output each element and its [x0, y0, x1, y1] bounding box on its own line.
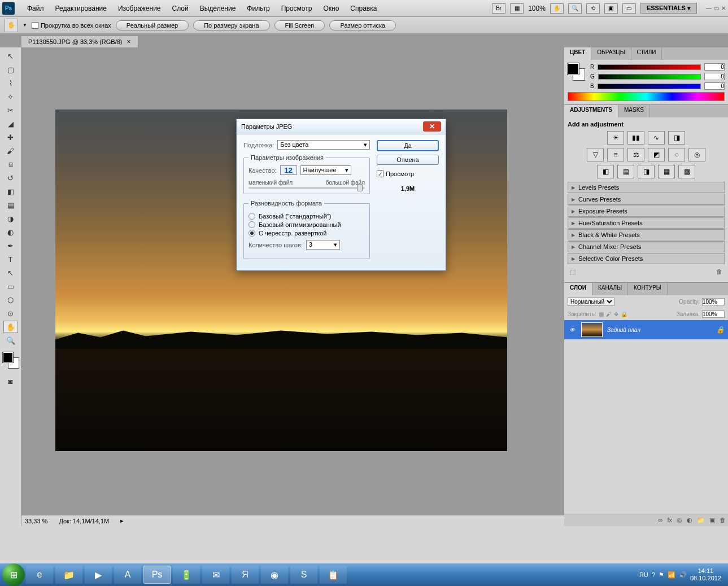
scans-select[interactable]: 3▾ — [306, 240, 340, 250]
preset-exposure[interactable]: ▶Exposure Presets — [568, 205, 725, 217]
document-tab[interactable]: P1130550.JPG @ 33,3% (RGB/8) × — [21, 36, 138, 47]
preset-curves[interactable]: ▶Curves Presets — [568, 194, 725, 205]
brightness-icon[interactable]: ☀ — [607, 131, 624, 145]
blur-tool[interactable]: ◑ — [3, 212, 18, 225]
menu-help[interactable]: Справка — [345, 5, 382, 12]
actual-pixels-button[interactable]: Реальный размер — [116, 20, 189, 30]
r-slider[interactable] — [598, 64, 701, 70]
g-input[interactable] — [704, 73, 725, 80]
taskbar-skype-icon[interactable]: S — [290, 566, 317, 584]
threshold-icon[interactable]: ◨ — [638, 165, 655, 178]
3d-camera-tool[interactable]: ⊙ — [3, 307, 18, 320]
quickmask-tool[interactable]: ◙ — [3, 375, 18, 387]
taskbar-explorer-icon[interactable]: 📁 — [55, 566, 82, 584]
workspace-switcher[interactable]: ESSENTIALS ▾ — [640, 3, 697, 14]
lasso-tool[interactable]: ⌇ — [3, 77, 18, 89]
menu-filter[interactable]: Фильтр — [241, 5, 275, 12]
type-tool[interactable]: T — [3, 253, 18, 265]
taskbar-mediaplayer-icon[interactable]: ▶ — [85, 566, 112, 584]
preset-channel-mixer[interactable]: ▶Channel Mixer Presets — [568, 241, 725, 252]
crop-tool[interactable]: ✂ — [3, 104, 18, 116]
tray-network-icon[interactable]: 📶 — [668, 571, 675, 579]
trash-icon[interactable]: 🗑 — [720, 517, 726, 524]
menu-view[interactable]: Просмотр — [276, 5, 318, 12]
cancel-button[interactable]: Отмена — [377, 155, 439, 165]
eyedropper-tool[interactable]: ◢ — [3, 117, 18, 130]
matte-select[interactable]: Без цвета▾ — [277, 140, 370, 150]
zoom-level[interactable]: 100% — [528, 5, 546, 12]
ok-button[interactable]: Да — [377, 140, 439, 151]
marquee-tool[interactable]: ▢ — [3, 63, 18, 76]
levels-icon[interactable]: ▮▮ — [627, 131, 644, 145]
gradient-tool[interactable]: ▤ — [3, 199, 18, 211]
adj-footer-left-icon[interactable]: ⬚ — [570, 268, 576, 275]
hand-icon[interactable]: ✋ — [550, 3, 564, 14]
taskbar-photoshop-icon[interactable]: Ps — [143, 566, 171, 584]
layer-thumbnail[interactable] — [581, 322, 603, 337]
status-zoom[interactable]: 33,33 % — [25, 518, 47, 524]
dropdown-icon[interactable]: ▼ — [23, 23, 27, 28]
preview-checkbox[interactable]: ✓ Просмотр — [377, 170, 439, 177]
preset-levels[interactable]: ▶Levels Presets — [568, 182, 725, 193]
r-input[interactable] — [704, 63, 725, 71]
spectrum-picker[interactable] — [568, 92, 725, 101]
menu-select[interactable]: Выделение — [194, 5, 242, 12]
menu-image[interactable]: Изображение — [112, 5, 167, 12]
quality-preset-select[interactable]: Наилучшее▾ — [300, 165, 351, 175]
tool-preset-icon[interactable]: ✋ — [5, 19, 18, 32]
color-swatches[interactable] — [3, 352, 19, 368]
new-layer-icon[interactable]: ▣ — [709, 517, 715, 524]
lock-all-icon[interactable]: 🔒 — [621, 311, 627, 317]
menu-file[interactable]: Файл — [21, 5, 50, 12]
channel-mixer-icon[interactable]: ◎ — [688, 148, 705, 161]
tab-layers[interactable]: СЛОИ — [564, 283, 592, 295]
tab-paths[interactable]: КОНТУРЫ — [628, 283, 668, 295]
bw-icon[interactable]: ◩ — [648, 148, 665, 161]
eraser-tool[interactable]: ◧ — [3, 185, 18, 198]
arrange-icon[interactable]: ▣ — [604, 3, 618, 14]
status-arrow-icon[interactable]: ▸ — [120, 517, 124, 524]
tray-clock[interactable]: 14:11 08.10.2012 — [690, 567, 721, 582]
hue-sat-icon[interactable]: ≡ — [607, 148, 624, 161]
curves-icon[interactable]: ∿ — [648, 131, 665, 145]
adj-footer-right-icon[interactable]: 🗑 — [716, 268, 722, 275]
menu-edit[interactable]: Редактирование — [50, 5, 112, 12]
menu-layer[interactable]: Слой — [167, 5, 194, 12]
move-tool[interactable]: ↖ — [3, 50, 18, 62]
tray-flag-icon[interactable]: ⚑ — [659, 571, 664, 579]
tab-swatches[interactable]: ОБРАЗЦЫ — [591, 47, 631, 60]
rotate-icon[interactable]: ⟲ — [586, 3, 600, 14]
b-slider[interactable] — [598, 84, 701, 89]
vibrance-icon[interactable]: ▽ — [587, 148, 604, 161]
screen-mode-icon[interactable]: ▭ — [622, 3, 636, 14]
dialog-close-button[interactable]: ✕ — [423, 121, 441, 132]
tab-color[interactable]: ЦВЕТ — [564, 47, 591, 60]
status-docinfo[interactable]: Док: 14,1M/14,1M — [59, 518, 109, 524]
lock-pixels-icon[interactable]: 🖌 — [606, 311, 612, 317]
link-icon[interactable]: ∞ — [659, 517, 663, 524]
pen-tool[interactable]: ✒ — [3, 239, 18, 252]
slider-thumb[interactable] — [357, 185, 363, 191]
layer-row[interactable]: 👁 Задний план 🔒 — [564, 320, 728, 339]
gradient-map-icon[interactable]: ▦ — [658, 165, 675, 178]
brush-tool[interactable]: 🖌 — [3, 145, 18, 157]
healing-tool[interactable]: ✚ — [3, 131, 18, 143]
taskbar-chrome-icon[interactable]: ◉ — [261, 566, 288, 584]
format-optimized-radio[interactable]: Базовый оптимизированный — [249, 221, 365, 228]
adjustment-layer-icon[interactable]: ◐ — [687, 517, 692, 524]
mask-icon[interactable]: ◎ — [677, 517, 682, 524]
preset-bw[interactable]: ▶Black & White Presets — [568, 229, 725, 240]
posterize-icon[interactable]: ▤ — [617, 165, 634, 178]
start-button[interactable]: ⊞ — [2, 563, 25, 586]
tab-channels[interactable]: КАНАЛЫ — [592, 283, 628, 295]
quality-input[interactable] — [280, 165, 297, 175]
group-icon[interactable]: 📁 — [697, 517, 705, 524]
color-balance-icon[interactable]: ⚖ — [627, 148, 644, 161]
tab-adjustments[interactable]: ADJUSTMENTS — [564, 105, 618, 117]
blend-mode-select[interactable]: Нормальный — [568, 298, 614, 306]
taskbar-autocad-icon[interactable]: A — [114, 566, 141, 584]
quick-select-tool[interactable]: ✧ — [3, 90, 18, 103]
taskbar-app-icon[interactable]: 🔋 — [173, 566, 200, 584]
minimize-icon[interactable]: — — [706, 5, 712, 11]
exposure-icon[interactable]: ◨ — [668, 131, 685, 145]
